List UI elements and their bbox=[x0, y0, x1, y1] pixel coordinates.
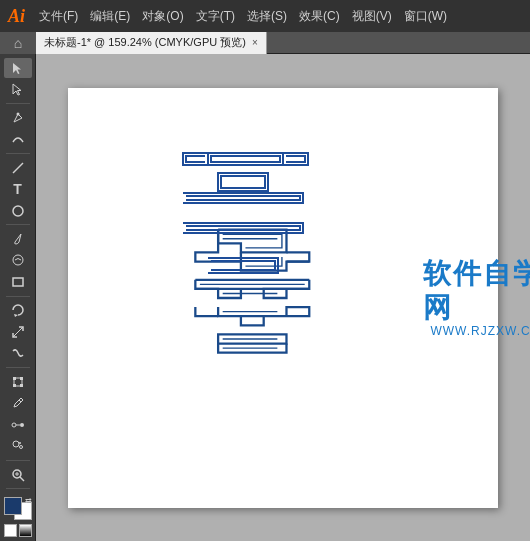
svg-rect-12 bbox=[13, 384, 16, 387]
svg-line-8 bbox=[13, 327, 23, 337]
menu-item-c[interactable]: 效果(C) bbox=[293, 0, 346, 32]
main-area: T bbox=[0, 54, 530, 541]
postal-logo-detail bbox=[163, 138, 323, 323]
svg-point-15 bbox=[12, 423, 16, 427]
svg-marker-0 bbox=[13, 63, 21, 74]
svg-rect-10 bbox=[13, 377, 16, 380]
menu-item-e[interactable]: 编辑(E) bbox=[84, 0, 136, 32]
ai-logo: Ai bbox=[8, 6, 25, 27]
svg-rect-13 bbox=[20, 384, 23, 387]
menu-item-f[interactable]: 文件(F) bbox=[33, 0, 84, 32]
blend-tool[interactable] bbox=[4, 415, 32, 435]
menu-item-v[interactable]: 视图(V) bbox=[346, 0, 398, 32]
selection-tool[interactable] bbox=[4, 58, 32, 78]
svg-marker-1 bbox=[13, 84, 21, 95]
toolbar-divider-4 bbox=[6, 296, 30, 297]
site-url: WWW.RJZXW.COM bbox=[430, 324, 530, 338]
rectangle-tool[interactable] bbox=[4, 272, 32, 292]
tab-bar: ⌂ 未标题-1* @ 159.24% (CMYK/GPU 预览) × bbox=[0, 32, 530, 54]
symbol-sprayer-tool[interactable] bbox=[4, 437, 32, 457]
type-tool[interactable]: T bbox=[4, 179, 32, 199]
warp-tool[interactable] bbox=[4, 344, 32, 364]
svg-line-14 bbox=[19, 400, 21, 402]
paintbrush-tool[interactable] bbox=[4, 229, 32, 249]
tab-close-button[interactable]: × bbox=[252, 37, 258, 48]
svg-line-22 bbox=[20, 477, 24, 481]
svg-point-16 bbox=[20, 423, 24, 427]
site-label: 软件自学网 WWW.RJZXW.COM bbox=[423, 257, 530, 338]
svg-marker-7 bbox=[14, 314, 18, 317]
toolbar-divider-3 bbox=[6, 224, 30, 225]
pen-tool[interactable] bbox=[4, 108, 32, 128]
menu-bar: 文件(F)编辑(E)对象(O)文字(T)选择(S)效果(C)视图(V)窗口(W) bbox=[33, 0, 522, 32]
curvature-tool[interactable] bbox=[4, 129, 32, 149]
svg-point-4 bbox=[13, 206, 23, 216]
toolbar-divider-1 bbox=[6, 103, 30, 104]
toolbar-divider-6 bbox=[6, 460, 30, 461]
svg-rect-25 bbox=[208, 153, 283, 165]
toolbar-divider-5 bbox=[6, 367, 30, 368]
svg-point-5 bbox=[13, 255, 23, 265]
svg-rect-28 bbox=[221, 176, 265, 188]
color-mode-buttons bbox=[4, 524, 32, 537]
menu-item-w[interactable]: 窗口(W) bbox=[398, 0, 453, 32]
line-tool[interactable] bbox=[4, 158, 32, 178]
artboard: 软件自学网 WWW.RJZXW.COM bbox=[68, 88, 498, 508]
type-icon: T bbox=[13, 181, 22, 197]
svg-line-3 bbox=[13, 163, 23, 173]
svg-point-20 bbox=[19, 446, 22, 449]
canvas-area: 软件自学网 WWW.RJZXW.COM bbox=[36, 54, 530, 541]
logo-container: 软件自学网 WWW.RJZXW.COM bbox=[168, 203, 530, 393]
toolbar: T bbox=[0, 54, 36, 541]
menu-item-t[interactable]: 文字(T) bbox=[190, 0, 241, 32]
color-boxes: ⇄ bbox=[4, 497, 32, 520]
tab-home-button[interactable]: ⌂ bbox=[0, 32, 36, 54]
none-color-button[interactable] bbox=[4, 524, 17, 537]
rotate-tool[interactable] bbox=[4, 301, 32, 321]
svg-rect-26 bbox=[211, 156, 280, 162]
gradient-button[interactable] bbox=[19, 524, 32, 537]
scale-tool[interactable] bbox=[4, 322, 32, 342]
blob-brush-tool[interactable] bbox=[4, 251, 32, 271]
toolbar-divider-7 bbox=[6, 488, 30, 489]
title-bar: Ai 文件(F)编辑(E)对象(O)文字(T)选择(S)效果(C)视图(V)窗口… bbox=[0, 0, 530, 32]
direct-selection-tool[interactable] bbox=[4, 80, 32, 100]
toolbar-divider-2 bbox=[6, 153, 30, 154]
svg-point-2 bbox=[16, 112, 19, 115]
svg-rect-6 bbox=[13, 278, 23, 286]
active-tab[interactable]: 未标题-1* @ 159.24% (CMYK/GPU 预览) × bbox=[36, 32, 267, 54]
menu-item-s[interactable]: 选择(S) bbox=[241, 0, 293, 32]
menu-item-o[interactable]: 对象(O) bbox=[136, 0, 189, 32]
ellipse-tool[interactable] bbox=[4, 201, 32, 221]
site-name: 软件自学网 bbox=[423, 257, 530, 324]
swap-colors-icon[interactable]: ⇄ bbox=[25, 497, 32, 505]
svg-point-18 bbox=[13, 441, 19, 447]
free-transform-tool[interactable] bbox=[4, 372, 32, 392]
zoom-tool[interactable] bbox=[4, 465, 32, 485]
home-icon: ⌂ bbox=[14, 35, 22, 51]
eyedropper-tool[interactable] bbox=[4, 394, 32, 414]
tab-label: 未标题-1* @ 159.24% (CMYK/GPU 预览) bbox=[44, 35, 246, 50]
svg-point-19 bbox=[19, 442, 21, 444]
foreground-color[interactable] bbox=[4, 497, 22, 515]
svg-rect-11 bbox=[20, 377, 23, 380]
